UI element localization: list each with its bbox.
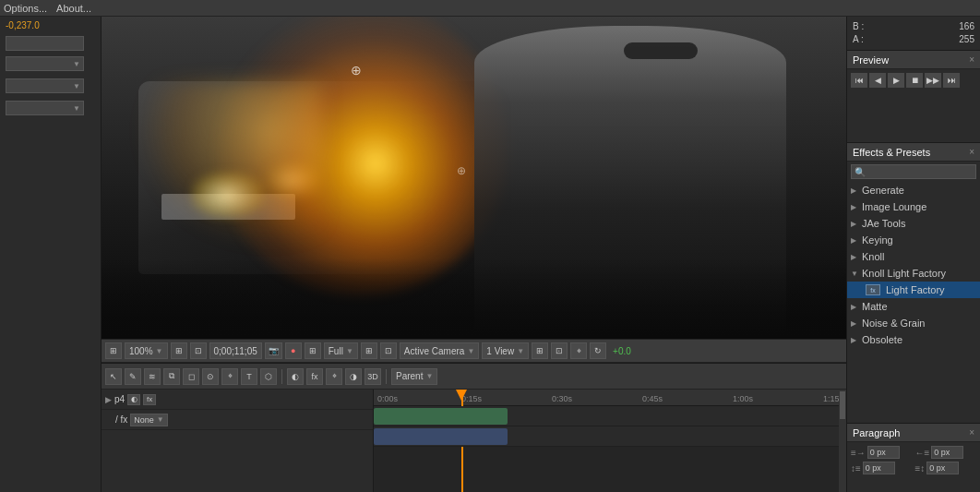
tl-solo-1[interactable]: ◐: [127, 394, 140, 405]
effect-knoll[interactable]: ▶ Knoll: [847, 248, 980, 265]
effect-noise-grain[interactable]: ▶ Noise & Grain: [847, 315, 980, 331]
tl-3d-btn[interactable]: 3D: [365, 368, 381, 385]
tl-brush-btn[interactable]: ≋: [144, 368, 161, 385]
options-menu[interactable]: Options...: [4, 3, 47, 14]
effect-matte[interactable]: ▶ Matte: [847, 298, 980, 315]
effects-search[interactable]: [851, 164, 976, 179]
tl-select-btn[interactable]: ↖: [105, 368, 122, 385]
para-row-2: ←≡: [915, 446, 977, 459]
para-val-2[interactable]: [931, 446, 963, 459]
tl-text-btn[interactable]: T: [241, 368, 257, 385]
effects-panel: Effects & Presets × ▶ Generate ▶ Image L…: [847, 143, 980, 423]
effect-generate[interactable]: ▶ Generate: [847, 182, 980, 198]
tl-camera-btn[interactable]: ⌖: [221, 368, 238, 385]
camera-value: Active Camera: [404, 346, 465, 356]
ground: [102, 258, 846, 339]
ruler-1m: 1:00s: [733, 394, 753, 403]
left-input-1[interactable]: [6, 36, 84, 51]
paragraph-tab[interactable]: Paragraph: [853, 427, 900, 438]
toggle-btn[interactable]: ⊞: [105, 342, 122, 359]
about-menu[interactable]: About...: [56, 3, 91, 14]
prev-fwd[interactable]: ▶▶: [925, 73, 941, 88]
prev-stop[interactable]: ⏹: [906, 73, 923, 88]
tl-puppet-btn[interactable]: ⊙: [202, 368, 219, 385]
effects-close[interactable]: ×: [969, 147, 974, 157]
tl-motion-btn[interactable]: ⌖: [326, 368, 342, 385]
timeline-scrollbar[interactable]: [839, 390, 846, 492]
parent-dropdown[interactable]: Parent ▼: [391, 368, 437, 385]
matte-arrow: ▶: [851, 303, 858, 311]
flare-spill: [138, 81, 323, 247]
scrollbar-thumb[interactable]: [840, 391, 845, 419]
effects-list: ▶ Generate ▶ Image Lounge ▶ JAe Tools ▶ …: [847, 182, 980, 423]
preview-close[interactable]: ×: [969, 54, 974, 65]
generate-label: Generate: [862, 185, 904, 196]
crosshair-2: [457, 164, 466, 177]
view-dropdown[interactable]: 1 View ▼: [482, 342, 529, 359]
effect-keying[interactable]: ▶ Keying: [847, 232, 980, 248]
effect-jae-tools[interactable]: ▶ JAe Tools: [847, 215, 980, 232]
prev-play[interactable]: ▶: [888, 73, 904, 88]
none-dropdown[interactable]: None ▼: [130, 414, 167, 426]
channel-btn[interactable]: ⊞: [305, 342, 321, 359]
tl-pen-btn[interactable]: ✎: [125, 368, 141, 385]
tl-fx-1[interactable]: fx: [143, 394, 156, 405]
layout2-btn[interactable]: ⊡: [551, 342, 568, 359]
para-val-3[interactable]: [863, 462, 895, 474]
tl-clone-btn[interactable]: ⧉: [163, 368, 180, 385]
tl-shape-btn[interactable]: ⬡: [260, 368, 277, 385]
tl-fx-btn[interactable]: fx: [306, 368, 323, 385]
layout-btn[interactable]: ⊞: [532, 342, 548, 359]
prev-first[interactable]: ⏮: [851, 73, 867, 88]
timecode-display[interactable]: 0;00;11;05: [209, 342, 262, 359]
para-val-1[interactable]: [867, 446, 900, 459]
preview-controls: ⏮ ◀ ▶ ⏹ ▶▶ ⏭: [847, 69, 980, 91]
none-arrow: ▼: [157, 415, 164, 424]
para-row-1: ≡→: [851, 446, 913, 459]
effect-light-factory[interactable]: fx Light Factory: [847, 282, 980, 298]
left-dropdown-2[interactable]: ▼: [6, 78, 84, 93]
effects-tab[interactable]: Effects & Presets: [853, 147, 930, 158]
crosshair-1: [351, 63, 364, 76]
viewer-controls-bar: ⊞ 100% ▼ ⊞ ⊡ 0;00;11;05 📷 ● ⊞ Full ▼ ⊞ ⊡…: [102, 339, 846, 363]
camera-icon-btn[interactable]: 📷: [265, 342, 282, 359]
zoom-dropdown[interactable]: 100% ▼: [125, 342, 168, 359]
camera-arrow: ▼: [467, 347, 474, 355]
tl-expand-1[interactable]: ▶: [105, 395, 112, 404]
left-dropdown-1[interactable]: ▼: [6, 56, 84, 71]
timeline-area: ↖ ✎ ≋ ⧉ ◻ ⊙ ⌖ T ⬡ ◐ fx ⌖ ◑ 3D Parent ▼: [102, 363, 846, 492]
tl-solo-btn[interactable]: ◐: [287, 368, 304, 385]
rotate-btn[interactable]: ↻: [590, 342, 606, 359]
timeline-row-1: ▶ p4 ◐ fx: [102, 390, 373, 410]
a-label: A :: [853, 33, 864, 46]
effect-knoll-light-factory[interactable]: ▼ Knoll Light Factory: [847, 265, 980, 282]
dropdown-arrow-2: ▼: [73, 82, 80, 90]
preview-tab[interactable]: Preview: [853, 54, 889, 66]
timeline-row-2: / fx None ▼: [102, 410, 373, 430]
obsolete-label: Obsolete: [862, 334, 902, 345]
trans-btn[interactable]: ⊡: [380, 342, 397, 359]
effect-image-lounge[interactable]: ▶ Image Lounge: [847, 198, 980, 215]
para-val-4[interactable]: [926, 462, 959, 474]
camera-dropdown[interactable]: Active Camera ▼: [400, 342, 480, 359]
tl-eraser-btn[interactable]: ◻: [183, 368, 199, 385]
view-arrow: ▼: [517, 347, 524, 355]
prev-last[interactable]: ⏭: [943, 73, 960, 88]
top-bar: Options... About...: [0, 0, 980, 17]
res-btn[interactable]: ⊞: [361, 342, 377, 359]
color-btn[interactable]: ●: [285, 342, 302, 359]
none-label: None: [134, 415, 154, 425]
tl-adj-btn[interactable]: ◑: [345, 368, 362, 385]
prev-back[interactable]: ◀: [869, 73, 886, 88]
a-row: A : 255: [853, 33, 974, 46]
left-dropdown-3[interactable]: ▼: [6, 101, 84, 115]
safe-btn[interactable]: ⊡: [190, 342, 207, 359]
timeline-track-2: [374, 426, 846, 447]
noise-arrow: ▶: [851, 319, 858, 328]
paragraph-close[interactable]: ×: [969, 427, 974, 438]
quality-dropdown[interactable]: Full ▼: [324, 342, 358, 359]
effect-obsolete[interactable]: ▶ Obsolete: [847, 331, 980, 348]
grid-btn[interactable]: ⊞: [171, 342, 187, 359]
motion-btn[interactable]: ⌖: [570, 342, 587, 359]
lf-icon: fx: [866, 284, 880, 295]
